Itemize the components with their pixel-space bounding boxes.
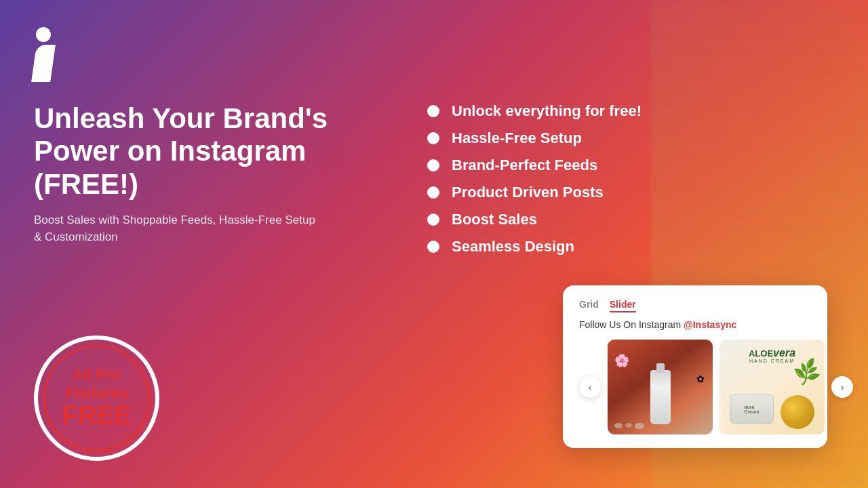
- badge-free: FREE: [62, 402, 131, 430]
- list-item: Seamless Design: [427, 238, 827, 256]
- pro-badge: All Pro Features FREE: [34, 336, 159, 461]
- tab-grid[interactable]: Grid: [579, 299, 599, 312]
- feature-dot: [427, 214, 439, 226]
- flower-icon: 🌸: [614, 353, 629, 368]
- product-image-1: 🌸 ✿: [608, 340, 713, 434]
- feature-dot: [427, 159, 439, 171]
- features-list: Unlock everything for free! Hassle-Free …: [427, 102, 827, 265]
- product-image-2: ALOEvera HAND CREAM 🌿 auraCream: [719, 340, 825, 434]
- logo: [34, 27, 827, 82]
- feature-dot: [427, 105, 439, 117]
- list-item: Hassle-Free Setup: [427, 129, 827, 147]
- flower-icon-2: ✿: [696, 373, 705, 384]
- widget-follow-text: Follow Us On Instagram @Instasync: [579, 319, 811, 330]
- widget-card: Grid Slider Follow Us On Instagram @Inst…: [563, 285, 827, 448]
- cream-jar: auraCream: [730, 394, 774, 424]
- list-item: Product Driven Posts: [427, 184, 827, 201]
- tab-slider[interactable]: Slider: [610, 299, 636, 312]
- stones-decoration: [614, 423, 706, 429]
- list-item: Unlock everything for free!: [427, 102, 827, 120]
- badge-area: All Pro Features FREE: [34, 336, 387, 461]
- bottle-icon: [650, 370, 671, 424]
- headline: Unleash Your Brand's Power on Instagram …: [34, 102, 387, 201]
- feature-dot: [427, 186, 439, 199]
- badge-line1: All Pro Features: [66, 366, 128, 402]
- gold-disk: [781, 395, 814, 429]
- list-item: Brand-Perfect Feeds: [427, 157, 827, 174]
- next-arrow-button[interactable]: ›: [831, 376, 853, 398]
- subheadline: Boost Sales with Shoppable Feeds, Hassle…: [34, 211, 319, 246]
- logo-circle: [36, 27, 51, 42]
- aloe-logo: ALOEvera HAND CREAM: [749, 348, 795, 363]
- logo-icon: [34, 27, 53, 82]
- logo-body: [31, 45, 56, 82]
- feature-dot: [427, 132, 439, 144]
- list-item: Boost Sales: [427, 211, 827, 228]
- widget-images: ‹ 🌸 ✿ A: [579, 340, 811, 434]
- widget-tabs: Grid Slider: [579, 299, 811, 312]
- aloe-leaf: 🌿: [791, 357, 823, 388]
- prev-arrow-button[interactable]: ‹: [579, 376, 601, 398]
- feature-dot: [427, 241, 439, 253]
